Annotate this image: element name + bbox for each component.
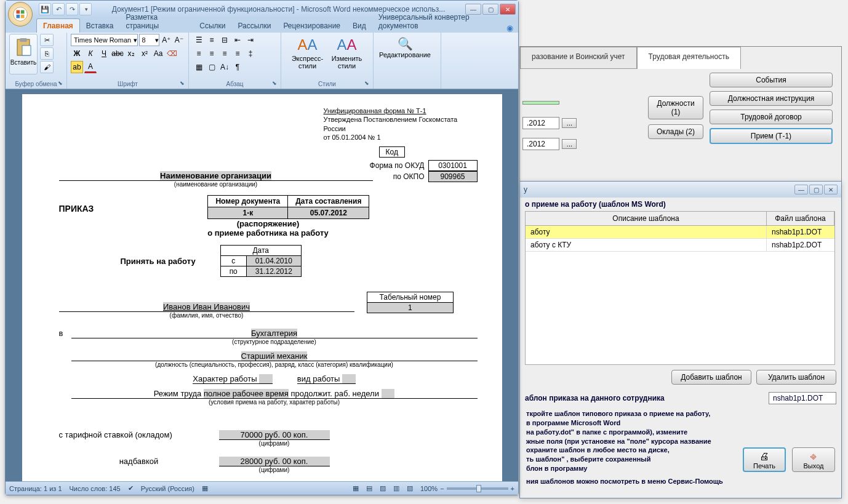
subscript-button[interactable]: x₂: [125, 47, 137, 60]
tab-review[interactable]: Рецензирование: [277, 19, 346, 33]
font-expand[interactable]: ⬊: [180, 80, 187, 87]
styles-expand[interactable]: ⬊: [364, 80, 372, 87]
printer-icon: 🖨: [744, 451, 785, 462]
tab-converter[interactable]: Универсальный конвертер документов: [372, 10, 506, 33]
view-outline[interactable]: ▥: [393, 484, 399, 492]
shrink-font[interactable]: A⁻: [174, 34, 185, 46]
exit-button[interactable]: ⎆ Выход: [792, 447, 835, 472]
zoom-slider[interactable]: [447, 487, 508, 490]
express-styles-button[interactable]: AA Экспресс-стили: [288, 34, 327, 74]
change-case-button[interactable]: Aa: [152, 47, 164, 60]
tab-refs[interactable]: Ссылки: [193, 19, 231, 33]
align-right-button[interactable]: ≡: [218, 47, 231, 60]
numbering-button[interactable]: ≡: [206, 34, 218, 46]
qat-save[interactable]: 💾: [39, 3, 51, 15]
font-name-select[interactable]: Times New Roman▾: [71, 34, 138, 46]
zoom-in[interactable]: +: [511, 485, 514, 492]
qat-undo[interactable]: ↶: [52, 3, 65, 15]
tab-view[interactable]: Вид: [346, 19, 372, 33]
sort-button[interactable]: A↓: [218, 61, 231, 73]
align-center-button[interactable]: ≡: [206, 47, 218, 60]
qat-customize[interactable]: [79, 3, 92, 15]
selected-template-file[interactable]: nshab1p1.DOT: [769, 392, 836, 404]
cut-button[interactable]: ✂: [40, 34, 54, 46]
table-row[interactable]: аботу с КТУ nshab1p2.DOT: [526, 239, 834, 252]
para-expand[interactable]: ⬊: [272, 80, 279, 87]
hire-t1-button[interactable]: Прием (Т-1): [710, 128, 833, 144]
tab-home[interactable]: Главная: [36, 18, 80, 33]
status-macro-icon[interactable]: ▦: [202, 484, 208, 492]
svg-rect-3: [17, 15, 20, 18]
change-styles-button[interactable]: AA Изменить стили: [327, 34, 367, 74]
strikethrough-button[interactable]: abє: [111, 47, 124, 60]
template-dialog: у — ▢ ✕ о приеме на работу (шаблон MS Wo…: [519, 181, 842, 498]
add-template-button[interactable]: Добавить шаблон: [671, 370, 751, 385]
positions-button[interactable]: Должности (1): [648, 96, 703, 119]
hr-tab-work[interactable]: Трудовая деятельность: [637, 47, 741, 69]
font-size-select[interactable]: 8▾: [139, 34, 159, 46]
document-area[interactable]: Унифицированная форма № Т-1 Утверждена П…: [6, 89, 518, 481]
hr-date-input-1[interactable]: [522, 101, 559, 105]
justify-button[interactable]: ≡: [231, 47, 244, 60]
office-button[interactable]: [8, 2, 33, 26]
bullets-button[interactable]: ☰: [193, 34, 205, 46]
line-spacing-button[interactable]: ‡: [244, 47, 257, 60]
decrease-indent-button[interactable]: ⇤: [231, 34, 244, 46]
paste-button[interactable]: Вставить: [9, 34, 38, 74]
underline-button[interactable]: Ч: [98, 47, 110, 60]
highlight-button[interactable]: ab: [71, 61, 83, 73]
format-painter-button[interactable]: 🖌: [40, 61, 54, 73]
help-icon[interactable]: ◉: [506, 23, 513, 33]
grow-font[interactable]: A⁺: [161, 34, 172, 46]
view-draft[interactable]: ▧: [407, 484, 413, 492]
font-color-button[interactable]: A: [84, 61, 97, 73]
italic-button[interactable]: К: [84, 47, 97, 60]
qat-redo[interactable]: ↷: [66, 3, 78, 15]
print-button[interactable]: 🖨 Печать: [743, 447, 786, 472]
status-page[interactable]: Страница: 1 из 1: [9, 485, 62, 492]
status-lang[interactable]: Русский (Россия): [141, 485, 194, 492]
change-styles-icon: AA: [327, 36, 367, 54]
instructions-button[interactable]: Должностная инструкция: [710, 91, 833, 106]
date-picker-button-1[interactable]: ...: [562, 118, 577, 128]
view-reading[interactable]: ▤: [366, 484, 372, 492]
zoom-value[interactable]: 100%: [420, 485, 438, 492]
salaries-button[interactable]: Оклады (2): [648, 124, 703, 139]
superscript-button[interactable]: x²: [138, 47, 151, 60]
table-row[interactable]: аботу nshab1p1.DOT: [526, 226, 834, 239]
date-picker-button-2[interactable]: ...: [562, 139, 577, 149]
increase-indent-button[interactable]: ⇥: [244, 34, 257, 46]
multilevel-button[interactable]: ⊟: [218, 34, 231, 46]
clipboard-expand[interactable]: ⬊: [58, 80, 65, 87]
para-group-label: Абзац: [189, 81, 281, 87]
status-words[interactable]: Число слов: 145: [70, 485, 121, 492]
tab-insert[interactable]: Вставка: [80, 19, 120, 33]
show-marks-button[interactable]: ¶: [231, 61, 244, 73]
tab-mail[interactable]: Рассылки: [232, 19, 278, 33]
hr-tab-education[interactable]: разование и Воинский учет: [520, 47, 637, 69]
editing-button[interactable]: 🔍 Редактирование: [377, 34, 433, 74]
dialog-close[interactable]: ✕: [824, 185, 838, 194]
events-button[interactable]: События: [710, 73, 833, 87]
status-spellcheck-icon[interactable]: ✔: [128, 484, 134, 492]
dialog-subtitle: о приеме на работу (шаблон MS Word): [520, 198, 841, 211]
view-web[interactable]: ▨: [380, 484, 386, 492]
document-page: Унифицированная форма № Т-1 Утверждена П…: [22, 94, 502, 481]
styles-aa-icon: AA: [288, 36, 327, 54]
shading-button[interactable]: ▦: [193, 61, 205, 73]
hr-date-input-2[interactable]: .2012: [522, 117, 559, 129]
copy-button[interactable]: ⎘: [40, 47, 54, 60]
dialog-maximize[interactable]: ▢: [809, 185, 823, 194]
align-left-button[interactable]: ≡: [193, 47, 205, 60]
borders-button[interactable]: ▢: [206, 61, 218, 73]
contract-button[interactable]: Трудовой договор: [710, 110, 833, 124]
dialog-minimize[interactable]: —: [794, 185, 808, 194]
hr-date-input-3[interactable]: .2012: [522, 138, 559, 150]
tab-layout[interactable]: Разметка страницы: [119, 10, 193, 33]
view-print-layout[interactable]: ▦: [353, 484, 359, 492]
clear-formatting-button[interactable]: ⌫: [166, 47, 178, 60]
zoom-out[interactable]: −: [440, 485, 444, 492]
delete-template-button[interactable]: Удалить шаблон: [756, 370, 836, 385]
bold-button[interactable]: Ж: [71, 47, 83, 60]
styles-group-label: Стили: [281, 81, 373, 87]
